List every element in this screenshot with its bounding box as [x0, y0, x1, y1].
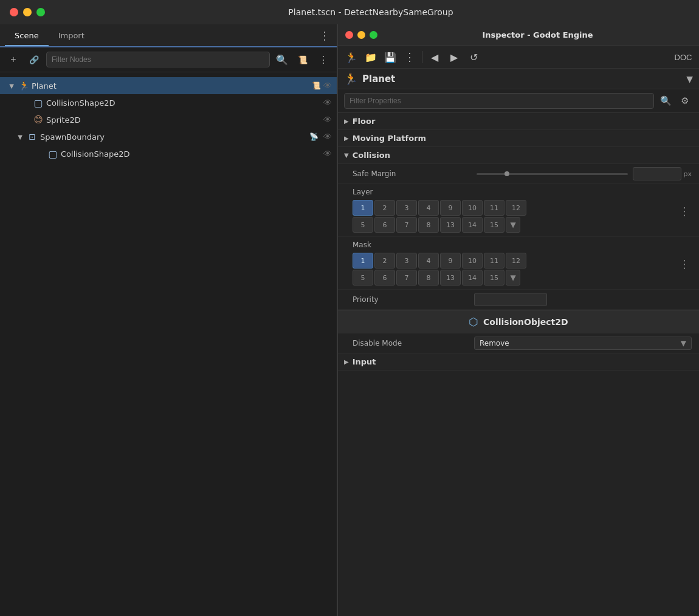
layer-cell-3[interactable]: 3: [396, 200, 417, 216]
tree-item-collision-shape-2[interactable]: ▶ ▢ CollisionShape2D 👁: [0, 145, 337, 162]
collision-shape-2-icon: ▢: [47, 148, 58, 159]
filter-nodes-input[interactable]: [46, 52, 270, 67]
mask-cell-14[interactable]: 14: [462, 270, 483, 286]
layer-expand-btn[interactable]: ▼: [506, 217, 520, 233]
layer-cell-10[interactable]: 10: [462, 200, 483, 216]
script-icon: 📜: [312, 81, 321, 90]
search-button[interactable]: 🔍: [274, 51, 291, 68]
tree-arrow-planet[interactable]: ▼: [7, 81, 16, 90]
layer-grid-container: 1 2 3 4 9 10 11 12 5 6: [353, 200, 692, 233]
layer-cell-8[interactable]: 8: [418, 217, 439, 233]
mask-cell-6[interactable]: 6: [374, 270, 395, 286]
layer-cell-2[interactable]: 2: [374, 200, 395, 216]
filter-properties-input[interactable]: [344, 93, 654, 109]
collision-section-title: Collision: [353, 151, 390, 160]
node-dropdown-btn[interactable]: ▼: [686, 74, 693, 84]
mask-expand-btn[interactable]: ▼: [506, 270, 520, 286]
script-button[interactable]: 📜: [294, 51, 311, 68]
tab-scene[interactable]: Scene: [5, 26, 49, 46]
section-input[interactable]: ▶ Input: [338, 354, 699, 371]
safe-margin-input[interactable]: 0.08: [633, 167, 681, 180]
section-floor[interactable]: ▶ Floor: [338, 113, 699, 130]
inspector-toolbar: 🏃 📁 💾 ⋮ ◀ ▶ ↺ DOC: [338, 46, 699, 69]
mask-cell-10[interactable]: 10: [462, 253, 483, 269]
inspector-history-btn[interactable]: 🏃: [343, 49, 360, 66]
priority-input[interactable]: 1: [474, 293, 547, 306]
mask-cell-2[interactable]: 2: [374, 253, 395, 269]
inspector-back-btn[interactable]: ◀: [426, 49, 443, 66]
layer-cell-7[interactable]: 7: [396, 217, 417, 233]
layer-cell-14[interactable]: 14: [462, 217, 483, 233]
layer-cell-9[interactable]: 9: [440, 200, 461, 216]
mask-grid-container: 1 2 3 4 9 10 11 12 5 6: [353, 253, 692, 286]
inspector-content[interactable]: ▶ Floor ▶ Moving Platform ▼ Collision Sa…: [338, 113, 699, 616]
mask-cell-3[interactable]: 3: [396, 253, 417, 269]
layer-cell-13[interactable]: 13: [440, 217, 461, 233]
disable-mode-select[interactable]: Remove ▼: [474, 337, 692, 350]
maximize-button[interactable]: [36, 8, 45, 16]
scene-menu-button[interactable]: ⋮: [315, 51, 332, 68]
node-header: 🏃 Planet ▼: [338, 69, 699, 89]
inspector-titlebar: Inspector - Godot Engine: [338, 24, 699, 46]
layer-menu-btn[interactable]: ⋮: [677, 202, 692, 220]
tree-item-planet[interactable]: ▼ 🏃 Planet 📜 👁: [0, 77, 337, 94]
inspector-doc-btn[interactable]: DOC: [672, 49, 694, 66]
mask-cell-12[interactable]: 12: [506, 253, 526, 269]
mask-row: Mask 1 2 3 4 9 10 11 12: [338, 237, 699, 290]
layer-cell-11[interactable]: 11: [484, 200, 504, 216]
node-name-label: Planet: [362, 74, 681, 84]
inspector-folder-btn[interactable]: 📁: [362, 49, 379, 66]
mask-cell-5[interactable]: 5: [353, 270, 373, 286]
mask-menu-btn[interactable]: ⋮: [677, 255, 692, 273]
inspector-more-btn[interactable]: ⋮: [401, 49, 418, 66]
inspector-forward-btn[interactable]: ▶: [446, 49, 463, 66]
floor-arrow-icon: ▶: [344, 118, 349, 125]
mask-cell-1[interactable]: 1: [353, 253, 373, 269]
visibility-icon-planet[interactable]: 👁: [323, 81, 332, 91]
safe-margin-unit: px: [684, 170, 692, 178]
layer-cell-15[interactable]: 15: [484, 217, 504, 233]
filter-search-icon[interactable]: 🔍: [658, 93, 673, 109]
mask-cell-15[interactable]: 15: [484, 270, 504, 286]
close-button[interactable]: [10, 8, 18, 16]
layer-cell-6[interactable]: 6: [374, 217, 395, 233]
mask-cell-7[interactable]: 7: [396, 270, 417, 286]
mask-cell-8[interactable]: 8: [418, 270, 439, 286]
add-node-button[interactable]: +: [5, 51, 22, 68]
mask-cell-4[interactable]: 4: [418, 253, 439, 269]
left-panel: Scene Import ⋮ + 🔗 🔍 📜 ⋮ ▼ 🏃 Planet 📜 👁: [0, 24, 337, 616]
signal-icon: 📡: [309, 132, 319, 141]
panel-menu-button[interactable]: ⋮: [317, 28, 332, 43]
inspector-maximize-btn[interactable]: [370, 31, 377, 39]
layer-cell-4[interactable]: 4: [418, 200, 439, 216]
visibility-icon-sprite[interactable]: 👁: [323, 115, 332, 125]
filter-settings-icon[interactable]: ⚙: [677, 93, 693, 109]
mask-cell-9[interactable]: 9: [440, 253, 461, 269]
safe-margin-slider[interactable]: [477, 173, 628, 175]
tree-item-sprite2d[interactable]: ▶ 😊 Sprite2D 👁: [0, 111, 337, 128]
link-node-button[interactable]: 🔗: [26, 51, 43, 68]
collision-object-title: CollisionObject2D: [483, 317, 568, 327]
inspector-close-btn[interactable]: [345, 31, 353, 39]
spawn-boundary-icon: ⊡: [27, 131, 38, 142]
tree-item-collision-shape-1[interactable]: ▶ ▢ CollisionShape2D 👁: [0, 94, 337, 111]
visibility-icon-spawn[interactable]: 👁: [323, 132, 332, 142]
inspector-refresh-btn[interactable]: ↺: [465, 49, 482, 66]
planet-node-label: Planet: [32, 81, 309, 91]
mask-cell-11[interactable]: 11: [484, 253, 504, 269]
tree-arrow-spawn[interactable]: ▼: [16, 132, 24, 141]
layer-cell-12[interactable]: 12: [506, 200, 526, 216]
minimize-button[interactable]: [23, 8, 32, 16]
section-moving-platform[interactable]: ▶ Moving Platform: [338, 130, 699, 147]
layer-cell-5[interactable]: 5: [353, 217, 373, 233]
moving-platform-arrow-icon: ▶: [344, 135, 349, 142]
mask-cell-13[interactable]: 13: [440, 270, 461, 286]
visibility-icon-cs2[interactable]: 👁: [323, 149, 332, 159]
tab-import[interactable]: Import: [49, 26, 94, 45]
inspector-save-btn[interactable]: 💾: [382, 49, 399, 66]
section-collision[interactable]: ▼ Collision: [338, 147, 699, 164]
layer-cell-1[interactable]: 1: [353, 200, 373, 216]
inspector-minimize-btn[interactable]: [357, 31, 365, 39]
tree-item-spawn-boundary[interactable]: ▼ ⊡ SpawnBoundary 📡 👁: [0, 128, 337, 145]
visibility-icon-cs1[interactable]: 👁: [323, 98, 332, 108]
